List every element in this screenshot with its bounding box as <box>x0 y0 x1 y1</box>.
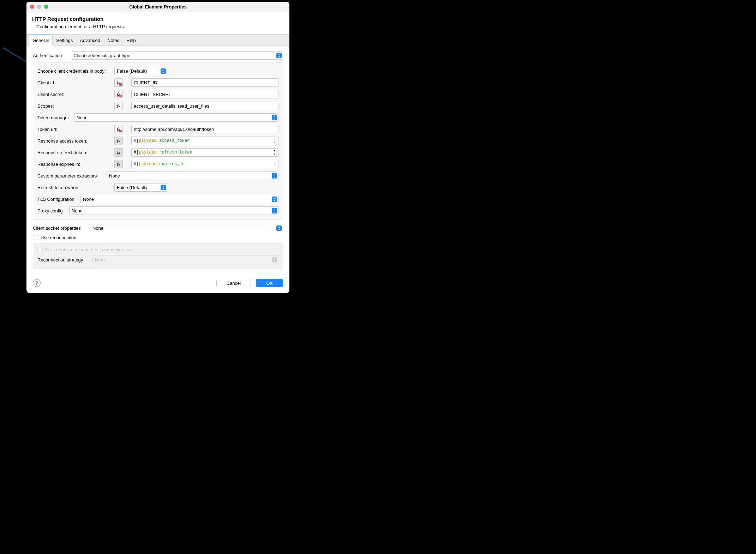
chevron-updown-icon <box>161 185 166 190</box>
dialog-body: Authentication Client credentials grant … <box>26 46 289 274</box>
chevron-updown-icon <box>276 225 282 231</box>
token-manager-label: Token manager <box>37 115 74 120</box>
global-element-properties-dialog: Global Element Properties HTTP Request c… <box>26 2 289 293</box>
tls-config-select[interactable]: None <box>80 195 278 203</box>
response-expires-in-label: Response expires in: <box>37 162 114 167</box>
window-title: Global Element Properties <box>26 4 289 10</box>
token-manager-select[interactable]: None <box>74 113 278 122</box>
fx-icon[interactable]: fx <box>114 160 123 168</box>
fx-icon[interactable]: fx <box>114 125 123 133</box>
token-url-label: Token url: <box>37 127 114 132</box>
client-socket-properties-select[interactable]: None <box>90 224 283 232</box>
dialog-heading: HTTP Request configuration <box>32 16 284 22</box>
response-expires-in-input[interactable]: #[ payload.expires_in] <box>131 160 278 168</box>
ok-button[interactable]: OK <box>256 279 283 287</box>
reconnection-section: Fails deployment when test connection fa… <box>33 243 283 269</box>
client-id-label: Client id: <box>37 80 114 85</box>
fails-deployment-checkbox <box>37 247 43 252</box>
reconnection-strategy-select: None <box>92 255 278 264</box>
response-access-token-label: Response access token: <box>37 138 114 144</box>
token-url-input[interactable] <box>131 125 278 133</box>
proxy-config-select[interactable]: None <box>69 206 278 215</box>
titlebar: Global Element Properties <box>26 2 289 12</box>
auth-settings-section: Encode client credentials in body: False… <box>33 62 283 220</box>
fx-icon[interactable]: fx <box>114 102 123 110</box>
cancel-button[interactable]: Cancel <box>216 279 251 287</box>
chevron-updown-icon <box>161 68 166 74</box>
response-refresh-token-input[interactable]: #[ payload.refresh_token] <box>131 148 278 157</box>
tab-help[interactable]: Help <box>123 35 139 46</box>
tab-bar: General Settings Advanced Notes Help <box>26 34 289 46</box>
reconnection-strategy-label: Reconnection strategy <box>37 257 92 263</box>
chevron-updown-icon <box>272 208 277 213</box>
tab-advanced[interactable]: Advanced <box>76 35 104 46</box>
encode-label: Encode client credentials in body: <box>37 68 114 74</box>
chevron-updown-icon <box>272 197 277 202</box>
chevron-updown-icon <box>272 115 277 120</box>
chevron-updown-icon <box>276 53 282 58</box>
fx-icon[interactable]: fx <box>114 78 123 87</box>
tab-notes[interactable]: Notes <box>104 35 123 46</box>
fx-icon[interactable]: fx <box>114 148 123 157</box>
tab-general[interactable]: General <box>29 35 53 46</box>
dialog-header: HTTP Request configuration Configuration… <box>26 12 289 34</box>
scopes-label: Scopes: <box>37 103 114 109</box>
refresh-token-when-label: Refresh token when: <box>37 185 114 190</box>
fx-icon[interactable]: fx <box>114 137 123 145</box>
tab-settings[interactable]: Settings <box>53 35 76 46</box>
dialog-footer: ? Cancel OK <box>26 274 289 293</box>
custom-extractors-label: Custom parameter extractors <box>37 173 107 179</box>
authentication-select[interactable]: Client credentials grant type <box>71 51 283 60</box>
proxy-config-label: Proxy config <box>37 208 69 213</box>
use-reconnection-label: Use reconnection <box>41 235 76 240</box>
chevron-updown-icon <box>272 257 277 263</box>
dialog-subheading: Configuration element for a HTTP request… <box>32 24 284 29</box>
authentication-label: Authentication <box>33 53 71 58</box>
help-icon[interactable]: ? <box>33 279 41 287</box>
fails-deployment-label: Fails deployment when test connection fa… <box>45 247 134 252</box>
fx-icon[interactable]: fx <box>114 90 123 98</box>
client-secret-label: Client secret: <box>37 92 114 97</box>
chevron-updown-icon <box>272 173 277 179</box>
custom-extractors-select[interactable]: None <box>107 171 278 180</box>
scopes-input[interactable] <box>131 102 278 110</box>
tls-config-label: TLS Configuration <box>37 197 80 202</box>
client-secret-input[interactable] <box>131 90 278 98</box>
response-access-token-input[interactable]: #[ payload.access_token] <box>131 137 278 145</box>
use-reconnection-checkbox[interactable] <box>33 235 38 240</box>
refresh-token-when-select[interactable]: False (Default) <box>114 183 167 192</box>
client-socket-properties-label: Client socket properties <box>33 225 90 231</box>
response-refresh-token-label: Response refresh token: <box>37 150 114 155</box>
encode-select[interactable]: False (Default) <box>114 67 167 75</box>
client-id-input[interactable] <box>131 78 278 87</box>
